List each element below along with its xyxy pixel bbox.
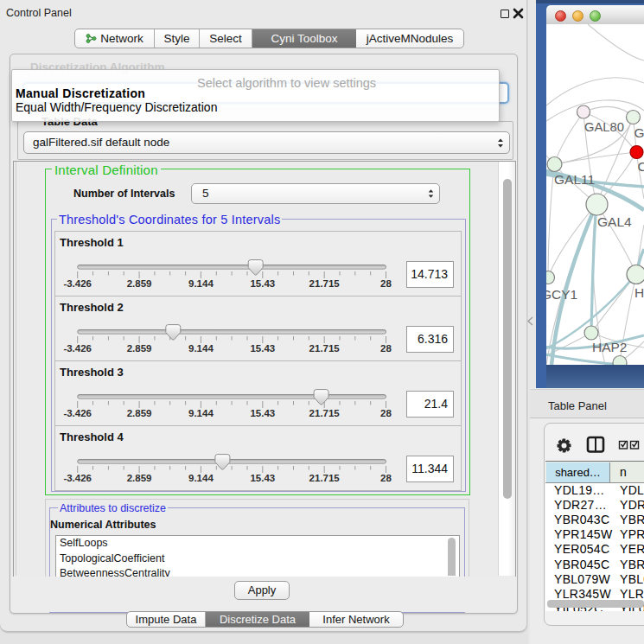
svg-text:15.43: 15.43 — [250, 278, 275, 289]
svg-text:-3.426: -3.426 — [63, 278, 92, 289]
svg-text:9.144: 9.144 — [188, 343, 214, 354]
svg-text:9.144: 9.144 — [188, 408, 214, 418]
svg-text:-3.426: -3.426 — [63, 473, 92, 483]
svg-text:2.859: 2.859 — [127, 473, 152, 483]
svg-text:15.43: 15.43 — [250, 473, 275, 483]
svg-text:9.144: 9.144 — [188, 473, 214, 483]
svg-text:2.859: 2.859 — [127, 408, 152, 418]
svg-text:2.859: 2.859 — [127, 343, 152, 354]
svg-text:GA: GA — [634, 125, 644, 140]
svg-text:21.715: 21.715 — [309, 408, 341, 418]
svg-text:28: 28 — [380, 343, 392, 354]
svg-text:21.715: 21.715 — [309, 278, 341, 289]
svg-text:GAL4: GAL4 — [597, 214, 632, 229]
svg-text:28: 28 — [380, 278, 392, 289]
svg-text:GAL80: GAL80 — [584, 119, 624, 134]
svg-text:9.144: 9.144 — [188, 278, 214, 289]
svg-text:28: 28 — [380, 408, 392, 418]
svg-text:15.43: 15.43 — [250, 408, 275, 418]
svg-text:-3.426: -3.426 — [63, 343, 92, 354]
svg-text:21.715: 21.715 — [309, 343, 341, 354]
svg-text:GCY1: GCY1 — [546, 287, 577, 302]
svg-text:2.859: 2.859 — [127, 278, 152, 289]
svg-text:15.43: 15.43 — [250, 343, 275, 354]
svg-text:HAP2: HAP2 — [592, 340, 628, 354]
svg-text:21.715: 21.715 — [309, 473, 341, 483]
svg-text:GAL11: GAL11 — [554, 172, 595, 187]
svg-text:H: H — [634, 285, 644, 300]
svg-text:28: 28 — [380, 473, 392, 483]
svg-text:C: C — [638, 159, 644, 174]
svg-text:-3.426: -3.426 — [63, 408, 92, 418]
